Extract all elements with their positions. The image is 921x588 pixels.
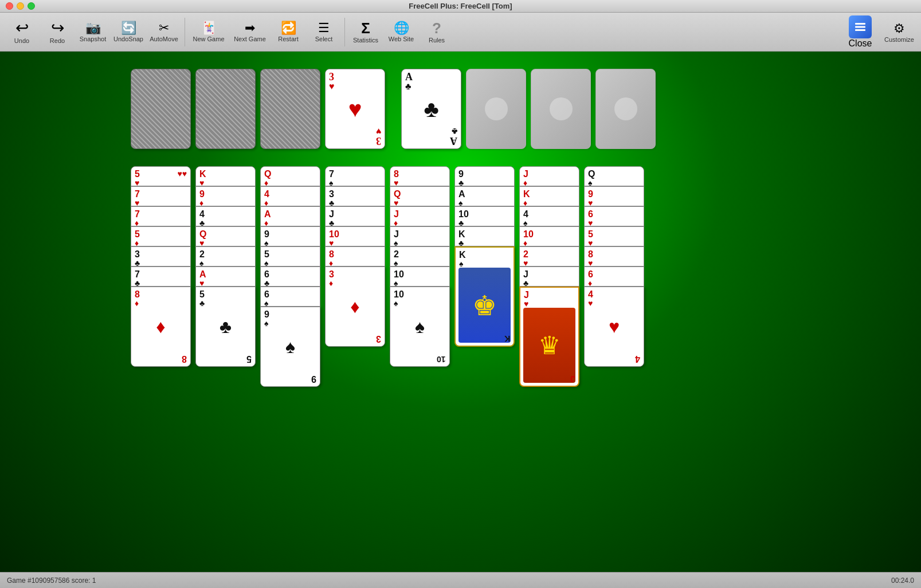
undosnap-button[interactable]: 🔄 UndoSnap: [111, 15, 146, 49]
close-button[interactable]: Close: [841, 15, 880, 49]
snapshot-icon: 📷: [85, 22, 101, 34]
col7-card-5[interactable]: 2 ♥: [519, 246, 579, 266]
col2-card-2[interactable]: 9 ♦: [195, 186, 256, 206]
undo-button[interactable]: ↩ Undo: [5, 15, 39, 49]
col3-card-4[interactable]: 9 ♠: [260, 226, 320, 246]
website-button[interactable]: 🌐 Web Site: [384, 15, 418, 49]
foundation-1-card[interactable]: A ♣ ♣ A ♣: [401, 69, 461, 149]
col5-card-4[interactable]: J ♠: [390, 226, 450, 246]
col1-card-7[interactable]: 8 ♦ 8 ♦: [131, 287, 191, 367]
col4-card-5[interactable]: 8 ♦: [325, 246, 385, 266]
col7-card-3[interactable]: 4 ♠: [519, 206, 579, 226]
select-button[interactable]: ☰ Select: [307, 15, 341, 49]
automove-button[interactable]: ✂ AutoMove: [147, 15, 181, 49]
card-value-tl: 3: [329, 72, 334, 82]
redo-button[interactable]: ↪ Redo: [40, 15, 75, 49]
col2-card-1[interactable]: K ♥: [195, 166, 256, 186]
col7-card-2[interactable]: K ♦: [519, 186, 579, 206]
customize-button[interactable]: ⚙ Customize: [882, 15, 916, 49]
undosnap-label: UndoSnap: [113, 36, 143, 42]
col5-card-7[interactable]: 10 ♠ 10 ♠: [390, 287, 450, 367]
col3-card-2[interactable]: 4 ♦: [260, 186, 320, 206]
rules-button[interactable]: ? Rules: [420, 15, 454, 49]
new-game-button[interactable]: 🃏 New Game: [189, 15, 229, 49]
card-value-br: 3: [376, 136, 381, 146]
statistics-button[interactable]: Σ Statistics: [348, 15, 383, 49]
col2-card-4[interactable]: Q ♥: [195, 226, 256, 246]
col1-card-5[interactable]: 3 ♣: [131, 246, 191, 266]
toolbar: ↩ Undo ↪ Redo 📷 Snapshot 🔄 UndoSnap ✂ Au…: [0, 13, 921, 52]
col6-card-4[interactable]: K ♣: [454, 226, 515, 246]
column-4: 7 ♠ 3 ♣ J ♣ 10 ♥ 8 ♦: [325, 166, 385, 395]
snapshot-button[interactable]: 📷 Snapshot: [76, 15, 110, 49]
col7-card-7[interactable]: J ♥ ♛ J: [519, 287, 579, 387]
minimize-traffic-light[interactable]: [17, 2, 24, 10]
col4-card-6[interactable]: 3 ♦ 3 ♦: [325, 266, 385, 347]
col5-card-6[interactable]: 10 ♠: [390, 266, 450, 287]
freecell-2[interactable]: [195, 69, 256, 149]
close-traffic-light[interactable]: [6, 2, 13, 10]
col4-card-3[interactable]: J ♣: [325, 206, 385, 226]
col5-card-3[interactable]: J ♦: [390, 206, 450, 226]
website-label: Web Site: [389, 36, 414, 42]
website-icon: 🌐: [394, 22, 409, 34]
col4-card-4[interactable]: 10 ♥: [325, 226, 385, 246]
foundation-4[interactable]: [595, 69, 656, 149]
svg-rect-1: [855, 26, 865, 28]
col7-card-6[interactable]: J ♣: [519, 266, 579, 287]
col6-card-2[interactable]: A ♠: [454, 186, 515, 206]
freecell-1[interactable]: [131, 69, 191, 149]
col6-card-1[interactable]: 9 ♣: [454, 166, 515, 186]
col2-card-5[interactable]: 2 ♠: [195, 246, 256, 266]
titlebar: FreeCell Plus: FreeCell [Tom]: [0, 0, 921, 13]
col8-card-1[interactable]: Q ♠: [584, 166, 644, 186]
col3-card-3[interactable]: A ♦: [260, 206, 320, 226]
col3-card-5[interactable]: 5 ♠: [260, 246, 320, 266]
separator-2: [344, 18, 345, 46]
col3-card-8[interactable]: 9 ♠ 9 ♠: [260, 307, 320, 387]
undosnap-icon: 🔄: [121, 22, 136, 34]
col2-card-6[interactable]: A ♥: [195, 266, 256, 287]
col8-card-5[interactable]: 8 ♥: [584, 246, 644, 266]
svg-rect-2: [855, 29, 865, 31]
col1-card-3[interactable]: 7 ♦: [131, 206, 191, 226]
col3-card-6[interactable]: 6 ♣: [260, 266, 320, 287]
col5-card-1[interactable]: 8 ♥: [390, 166, 450, 186]
foundation-3[interactable]: [531, 69, 591, 149]
col7-card-4[interactable]: 10 ♦: [519, 226, 579, 246]
col8-card-3[interactable]: 6 ♥: [584, 206, 644, 226]
col8-card-7[interactable]: 4 ♥ 4 ♥: [584, 287, 644, 367]
foundation-2[interactable]: [466, 69, 526, 149]
col7-card-1[interactable]: J ♦: [519, 166, 579, 186]
col3-card-7[interactable]: 6 ♠: [260, 287, 320, 307]
col4-card-2[interactable]: 3 ♣: [325, 186, 385, 206]
col5-card-5[interactable]: 2 ♠: [390, 246, 450, 266]
col5-card-2[interactable]: Q ♥: [390, 186, 450, 206]
column-5: 8 ♥ Q ♥ J ♦ J ♠ 2 ♠: [390, 166, 450, 395]
col8-card-2[interactable]: 9 ♥: [584, 186, 644, 206]
maximize-traffic-light[interactable]: [28, 2, 35, 10]
col1-card-6[interactable]: 7 ♣: [131, 266, 191, 287]
col6-card-5[interactable]: K ♠ ♚ K: [454, 246, 515, 347]
next-game-button[interactable]: ➡ Next Game: [230, 15, 270, 49]
col4-card-1[interactable]: 7 ♠: [325, 166, 385, 186]
col2-card-7[interactable]: 5 ♣ 5 ♣: [195, 287, 256, 367]
freecell-3[interactable]: [260, 69, 320, 149]
col8-card-4[interactable]: 5 ♥: [584, 226, 644, 246]
col3-card-1[interactable]: Q ♦: [260, 166, 320, 186]
restart-button[interactable]: 🔁 Restart: [271, 15, 305, 49]
rules-icon: ?: [432, 21, 441, 36]
col6-card-3[interactable]: 10 ♣: [454, 206, 515, 226]
col1-card-2[interactable]: 7 ♥: [131, 186, 191, 206]
freecells: 3 ♥ ♥ 3 ♥: [131, 69, 385, 149]
freecell-4-card[interactable]: 3 ♥ ♥ 3 ♥: [325, 69, 385, 149]
next-game-label: Next Game: [234, 36, 266, 42]
col2-card-3[interactable]: 4 ♣: [195, 206, 256, 226]
card-suit-br: ♣: [452, 127, 458, 136]
col8-card-6[interactable]: 6 ♦: [584, 266, 644, 287]
game-timer: 00:24.0: [891, 577, 914, 585]
col1-card-1[interactable]: 5 ♥ ♥♥: [131, 166, 191, 186]
col1-card-4[interactable]: 5 ♦: [131, 226, 191, 246]
statistics-label: Statistics: [353, 37, 378, 44]
column-3: Q ♦ 4 ♦ A ♦ 9 ♠ 5 ♠: [260, 166, 320, 395]
